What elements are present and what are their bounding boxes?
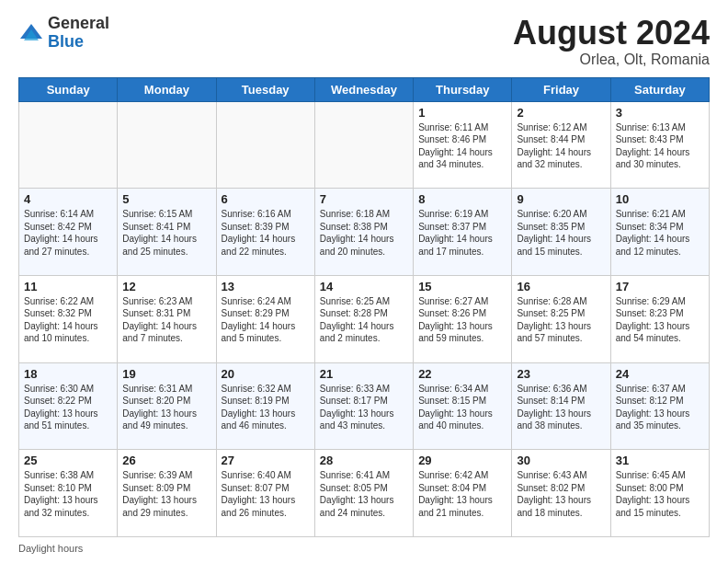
- calendar-day-cell: 4Sunrise: 6:14 AM Sunset: 8:42 PM Daylig…: [19, 189, 118, 276]
- calendar-day-cell: 18Sunrise: 6:30 AM Sunset: 8:22 PM Dayli…: [19, 362, 118, 450]
- day-info: Sunrise: 6:34 AM Sunset: 8:15 PM Dayligh…: [418, 383, 506, 432]
- calendar-week-row: 25Sunrise: 6:38 AM Sunset: 8:10 PM Dayli…: [19, 450, 710, 537]
- day-number: 7: [320, 192, 408, 206]
- calendar-day-cell: 7Sunrise: 6:18 AM Sunset: 8:38 PM Daylig…: [314, 189, 413, 276]
- day-number: 6: [222, 192, 310, 206]
- location: Orlea, Olt, Romania: [513, 52, 710, 68]
- calendar-day-cell: 16Sunrise: 6:28 AM Sunset: 8:25 PM Dayli…: [512, 275, 610, 362]
- day-of-week-header: Sunday: [19, 77, 118, 101]
- day-info: Sunrise: 6:45 AM Sunset: 8:00 PM Dayligh…: [616, 469, 704, 519]
- day-of-week-header: Thursday: [414, 77, 512, 101]
- day-of-week-header: Tuesday: [216, 77, 314, 101]
- logo: General Blue: [18, 15, 109, 52]
- day-number: 15: [418, 280, 506, 293]
- day-number: 17: [616, 280, 704, 293]
- day-info: Sunrise: 6:21 AM Sunset: 8:34 PM Dayligh…: [616, 208, 704, 258]
- day-number: 18: [24, 367, 112, 381]
- day-info: Sunrise: 6:29 AM Sunset: 8:23 PM Dayligh…: [616, 295, 704, 345]
- day-number: 27: [222, 454, 310, 467]
- day-info: Sunrise: 6:19 AM Sunset: 8:37 PM Dayligh…: [418, 208, 506, 258]
- day-number: 9: [517, 192, 605, 206]
- calendar-day-cell: 3Sunrise: 6:13 AM Sunset: 8:43 PM Daylig…: [610, 101, 709, 189]
- header: General Blue August 2024 Orlea, Olt, Rom…: [18, 15, 710, 68]
- calendar-day-cell: [314, 101, 413, 189]
- calendar-day-cell: 19Sunrise: 6:31 AM Sunset: 8:20 PM Dayli…: [118, 362, 216, 450]
- day-of-week-header: Friday: [512, 77, 610, 101]
- day-of-week-header: Monday: [118, 77, 216, 101]
- day-number: 4: [24, 192, 112, 206]
- day-info: Sunrise: 6:14 AM Sunset: 8:42 PM Dayligh…: [24, 208, 112, 258]
- calendar-header-row: SundayMondayTuesdayWednesdayThursdayFrid…: [19, 77, 710, 101]
- day-number: 14: [320, 280, 408, 293]
- day-info: Sunrise: 6:23 AM Sunset: 8:31 PM Dayligh…: [122, 295, 210, 345]
- calendar-day-cell: 20Sunrise: 6:32 AM Sunset: 8:19 PM Dayli…: [216, 362, 314, 450]
- day-number: 11: [24, 280, 112, 293]
- calendar-day-cell: 30Sunrise: 6:43 AM Sunset: 8:02 PM Dayli…: [512, 450, 610, 537]
- day-of-week-header: Wednesday: [314, 77, 413, 101]
- calendar-week-row: 11Sunrise: 6:22 AM Sunset: 8:32 PM Dayli…: [19, 275, 710, 362]
- day-info: Sunrise: 6:22 AM Sunset: 8:32 PM Dayligh…: [24, 295, 112, 345]
- day-number: 28: [320, 454, 408, 467]
- calendar-day-cell: 8Sunrise: 6:19 AM Sunset: 8:37 PM Daylig…: [414, 189, 512, 276]
- calendar-day-cell: 2Sunrise: 6:12 AM Sunset: 8:44 PM Daylig…: [512, 101, 610, 189]
- page: General Blue August 2024 Orlea, Olt, Rom…: [0, 0, 728, 563]
- day-info: Sunrise: 6:25 AM Sunset: 8:28 PM Dayligh…: [320, 295, 408, 345]
- calendar-day-cell: 28Sunrise: 6:41 AM Sunset: 8:05 PM Dayli…: [314, 450, 413, 537]
- day-number: 10: [616, 192, 704, 206]
- day-number: 8: [418, 192, 506, 206]
- day-info: Sunrise: 6:18 AM Sunset: 8:38 PM Dayligh…: [320, 208, 408, 258]
- calendar-day-cell: 17Sunrise: 6:29 AM Sunset: 8:23 PM Dayli…: [610, 275, 709, 362]
- day-number: 12: [122, 280, 210, 293]
- footer-text: Daylight hours: [18, 543, 83, 554]
- calendar-day-cell: 25Sunrise: 6:38 AM Sunset: 8:10 PM Dayli…: [19, 450, 118, 537]
- calendar-day-cell: [216, 101, 314, 189]
- calendar-day-cell: 15Sunrise: 6:27 AM Sunset: 8:26 PM Dayli…: [414, 275, 512, 362]
- day-info: Sunrise: 6:24 AM Sunset: 8:29 PM Dayligh…: [222, 295, 310, 345]
- day-info: Sunrise: 6:31 AM Sunset: 8:20 PM Dayligh…: [122, 383, 210, 432]
- logo-icon: [18, 20, 44, 46]
- calendar-day-cell: 14Sunrise: 6:25 AM Sunset: 8:28 PM Dayli…: [314, 275, 413, 362]
- calendar-day-cell: 24Sunrise: 6:37 AM Sunset: 8:12 PM Dayli…: [610, 362, 709, 450]
- day-info: Sunrise: 6:33 AM Sunset: 8:17 PM Dayligh…: [320, 383, 408, 432]
- day-number: 30: [517, 454, 605, 467]
- day-number: 5: [122, 192, 210, 206]
- calendar-day-cell: 12Sunrise: 6:23 AM Sunset: 8:31 PM Dayli…: [118, 275, 216, 362]
- day-info: Sunrise: 6:42 AM Sunset: 8:04 PM Dayligh…: [418, 469, 506, 519]
- logo-text: General Blue: [48, 15, 109, 52]
- logo-blue-text: Blue: [48, 32, 84, 51]
- calendar-day-cell: 27Sunrise: 6:40 AM Sunset: 8:07 PM Dayli…: [216, 450, 314, 537]
- calendar-day-cell: 31Sunrise: 6:45 AM Sunset: 8:00 PM Dayli…: [610, 450, 709, 537]
- calendar-day-cell: [118, 101, 216, 189]
- day-info: Sunrise: 6:39 AM Sunset: 8:09 PM Dayligh…: [122, 469, 210, 519]
- calendar-week-row: 1Sunrise: 6:11 AM Sunset: 8:46 PM Daylig…: [19, 101, 710, 189]
- day-info: Sunrise: 6:16 AM Sunset: 8:39 PM Dayligh…: [222, 208, 310, 258]
- day-info: Sunrise: 6:27 AM Sunset: 8:26 PM Dayligh…: [418, 295, 506, 345]
- day-number: 26: [122, 454, 210, 467]
- day-info: Sunrise: 6:41 AM Sunset: 8:05 PM Dayligh…: [320, 469, 408, 519]
- calendar-day-cell: 22Sunrise: 6:34 AM Sunset: 8:15 PM Dayli…: [414, 362, 512, 450]
- calendar-day-cell: [19, 101, 118, 189]
- day-number: 25: [24, 454, 112, 467]
- calendar-day-cell: 13Sunrise: 6:24 AM Sunset: 8:29 PM Dayli…: [216, 275, 314, 362]
- day-info: Sunrise: 6:32 AM Sunset: 8:19 PM Dayligh…: [222, 383, 310, 432]
- day-number: 3: [616, 106, 704, 120]
- calendar-day-cell: 29Sunrise: 6:42 AM Sunset: 8:04 PM Dayli…: [414, 450, 512, 537]
- month-title: August 2024: [513, 15, 710, 52]
- calendar-week-row: 18Sunrise: 6:30 AM Sunset: 8:22 PM Dayli…: [19, 362, 710, 450]
- day-number: 13: [222, 280, 310, 293]
- day-info: Sunrise: 6:37 AM Sunset: 8:12 PM Dayligh…: [616, 383, 704, 432]
- calendar-day-cell: 10Sunrise: 6:21 AM Sunset: 8:34 PM Dayli…: [610, 189, 709, 276]
- calendar-day-cell: 11Sunrise: 6:22 AM Sunset: 8:32 PM Dayli…: [19, 275, 118, 362]
- day-info: Sunrise: 6:30 AM Sunset: 8:22 PM Dayligh…: [24, 383, 112, 432]
- day-info: Sunrise: 6:36 AM Sunset: 8:14 PM Dayligh…: [517, 383, 605, 432]
- day-number: 2: [517, 106, 605, 120]
- day-number: 21: [320, 367, 408, 381]
- day-info: Sunrise: 6:40 AM Sunset: 8:07 PM Dayligh…: [222, 469, 310, 519]
- calendar-day-cell: 21Sunrise: 6:33 AM Sunset: 8:17 PM Dayli…: [314, 362, 413, 450]
- day-number: 23: [517, 367, 605, 381]
- day-number: 31: [616, 454, 704, 467]
- calendar-day-cell: 9Sunrise: 6:20 AM Sunset: 8:35 PM Daylig…: [512, 189, 610, 276]
- day-number: 1: [418, 106, 506, 120]
- day-info: Sunrise: 6:20 AM Sunset: 8:35 PM Dayligh…: [517, 208, 605, 258]
- day-number: 29: [418, 454, 506, 467]
